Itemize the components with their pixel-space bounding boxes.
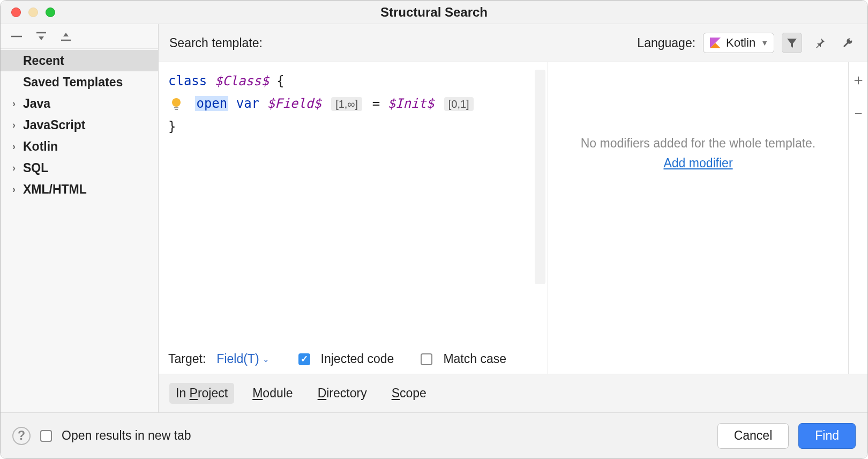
chevron-down-icon: ▼ <box>761 39 768 47</box>
templates-tree: ›Recent ›Saved Templates ›Java ›JavaScri… <box>1 49 158 200</box>
modifiers-panel: No modifiers added for the whole templat… <box>548 62 848 374</box>
code-count-annotation: [0,1] <box>444 97 474 111</box>
code-keyword-var: var <box>236 96 259 111</box>
sidebar-item-label: Recent <box>23 54 64 68</box>
sidebar-item-label: Saved Templates <box>23 75 123 90</box>
sidebar-item-label: Java <box>23 97 50 111</box>
intention-bulb-icon[interactable] <box>170 97 182 111</box>
language-label: Language: <box>637 36 695 50</box>
search-template-label: Search template: <box>169 36 263 50</box>
dialog-footer: ? Open results in new tab Cancel Find <box>1 412 867 458</box>
code-variable-class: $Class$ <box>215 73 269 88</box>
chevron-down-icon: ⌄ <box>263 354 270 364</box>
structural-search-dialog: Structural Search ›Recent <box>0 0 868 459</box>
filter-icon[interactable] <box>782 33 802 53</box>
sidebar-item-label: SQL <box>23 161 48 175</box>
code-close-brace: } <box>168 119 176 134</box>
scope-tab-module[interactable]: Module <box>246 383 299 404</box>
add-icon[interactable]: ＋ <box>851 70 866 90</box>
svg-rect-9 <box>174 107 178 108</box>
titlebar: Structural Search <box>1 1 867 24</box>
scope-tabs: In Project Module Directory Scope <box>159 374 867 412</box>
code-keyword-class: class <box>168 73 207 88</box>
injected-code-label: Injected code <box>321 352 394 366</box>
sidebar-item-sql[interactable]: ›SQL <box>1 157 158 179</box>
open-new-tab-checkbox[interactable] <box>40 430 52 442</box>
svg-point-8 <box>172 98 181 107</box>
sidebar-item-label: JavaScript <box>23 118 85 132</box>
main-panel: Search template: Language: Kotlin ▼ <box>159 24 867 412</box>
scrollbar[interactable] <box>535 70 545 284</box>
language-selector[interactable]: Kotlin ▼ <box>703 33 774 53</box>
code-equals: = <box>372 96 380 111</box>
code-count-annotation: [1,∞] <box>331 97 362 111</box>
svg-marker-2 <box>39 36 44 40</box>
target-selector[interactable]: Field(T) ⌄ <box>216 352 269 366</box>
window-title: Structural Search <box>1 5 867 20</box>
cancel-button[interactable]: Cancel <box>717 423 789 449</box>
remove-icon[interactable]: － <box>851 103 866 123</box>
sidebar-item-java[interactable]: ›Java <box>1 93 158 114</box>
find-button[interactable]: Find <box>798 423 856 449</box>
sidebar-item-recent[interactable]: ›Recent <box>1 50 158 71</box>
code-variable-field: $Field$ <box>267 96 321 111</box>
svg-rect-10 <box>175 109 178 110</box>
pin-icon[interactable] <box>810 33 830 53</box>
chevron-right-icon: › <box>9 184 19 195</box>
expand-all-icon[interactable] <box>35 30 48 43</box>
templates-sidebar: ›Recent ›Saved Templates ›Java ›JavaScri… <box>1 24 159 412</box>
add-modifier-link[interactable]: Add modifier <box>663 156 732 171</box>
kotlin-icon <box>710 38 721 48</box>
collapse-tree-icon[interactable] <box>59 30 72 43</box>
scope-tab-in-project[interactable]: In Project <box>169 383 234 404</box>
language-value: Kotlin <box>726 36 755 50</box>
match-case-label: Match case <box>443 352 506 366</box>
modifiers-side-toolbar: ＋ － <box>848 62 867 374</box>
sidebar-toolbar <box>1 24 158 49</box>
search-template-editor[interactable]: class $Class$ { open va <box>159 62 548 345</box>
code-keyword-open: open <box>195 96 228 111</box>
scope-tab-directory[interactable]: Directory <box>311 383 373 404</box>
sidebar-item-javascript[interactable]: ›JavaScript <box>1 114 158 136</box>
scope-tab-scope[interactable]: Scope <box>385 383 433 404</box>
sidebar-item-xml-html[interactable]: ›XML/HTML <box>1 179 158 200</box>
target-value: Field(T) <box>216 352 259 366</box>
modifiers-empty-message: No modifiers added for the whole templat… <box>581 136 816 151</box>
sidebar-item-kotlin[interactable]: ›Kotlin <box>1 136 158 157</box>
svg-marker-3 <box>63 33 69 36</box>
target-label: Target: <box>168 352 206 366</box>
match-case-checkbox[interactable] <box>421 353 432 365</box>
open-new-tab-label: Open results in new tab <box>62 428 191 443</box>
sidebar-item-saved-templates[interactable]: ›Saved Templates <box>1 71 158 93</box>
editor-header: Search template: Language: Kotlin ▼ <box>159 24 867 62</box>
sidebar-item-label: Kotlin <box>23 139 58 154</box>
chevron-right-icon: › <box>9 162 19 174</box>
chevron-right-icon: › <box>9 98 19 109</box>
code-open-brace: { <box>276 73 284 88</box>
chevron-right-icon: › <box>9 141 19 152</box>
settings-icon[interactable] <box>837 33 858 53</box>
sidebar-item-label: XML/HTML <box>23 182 87 197</box>
target-bar: Target: Field(T) ⌄ Injected code Match c… <box>159 345 548 374</box>
injected-code-checkbox[interactable] <box>298 353 310 365</box>
help-button[interactable]: ? <box>12 427 31 445</box>
collapse-all-icon[interactable] <box>10 30 23 43</box>
svg-marker-7 <box>787 39 797 48</box>
chevron-right-icon: › <box>9 120 19 131</box>
code-variable-init: $Init$ <box>388 96 435 111</box>
